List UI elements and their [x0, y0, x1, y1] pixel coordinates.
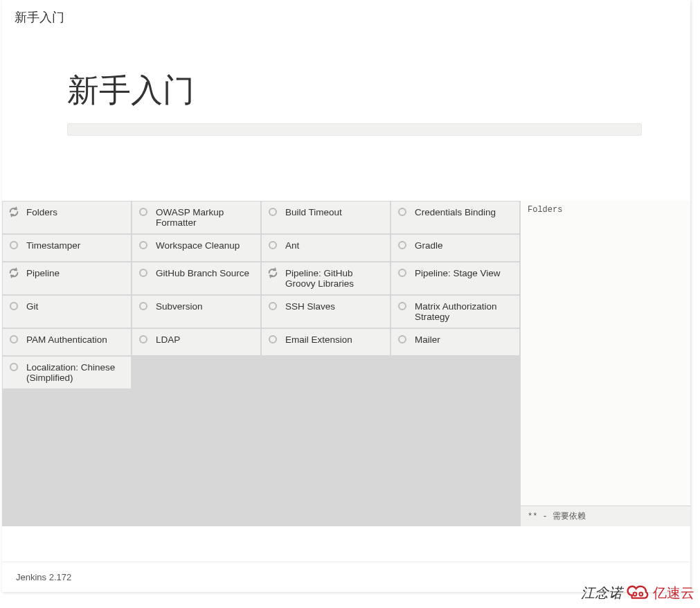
plugin-cell[interactable]: Pipeline: GitHub Groovy Libraries	[261, 262, 391, 295]
plugin-label: Subversion	[156, 301, 203, 312]
plugin-cell[interactable]: Pipeline	[2, 262, 132, 295]
hero-section: 新手入门	[2, 38, 690, 143]
plugin-cell[interactable]: SSH Slaves	[261, 295, 391, 328]
svg-point-1	[639, 593, 643, 596]
plugin-cell[interactable]: LDAP	[132, 328, 261, 356]
pending-icon	[10, 241, 19, 251]
pending-icon	[10, 363, 19, 373]
pending-icon	[10, 335, 19, 345]
plugin-label: Workspace Cleanup	[156, 240, 240, 251]
plugin-cell[interactable]: Email Extension	[261, 328, 391, 356]
plugin-cell[interactable]: Mailer	[391, 328, 520, 356]
jenkins-version: Jenkins 2.172	[16, 572, 71, 582]
side-panel: Folders ** - 需要依赖	[520, 201, 690, 526]
plugin-cell[interactable]: Build Timeout	[261, 201, 391, 234]
plugin-cell[interactable]: Git	[2, 295, 132, 328]
cloud-logo-icon	[627, 583, 649, 602]
plugin-label: Build Timeout	[285, 207, 342, 217]
plugin-grid: FoldersOWASP Markup FormatterBuild Timeo…	[2, 201, 520, 526]
pending-icon	[269, 302, 278, 312]
pending-icon	[139, 208, 149, 217]
watermark-author: 江念诺	[581, 584, 622, 602]
plugin-cell[interactable]: Subversion	[132, 295, 261, 328]
plugin-label: Timestamper	[26, 240, 80, 251]
pending-icon	[269, 208, 278, 217]
plugin-cell[interactable]: Localization: Chinese (Simplified)	[2, 356, 132, 389]
pending-icon	[139, 335, 149, 345]
svg-point-0	[634, 593, 637, 596]
side-legend: ** - 需要依赖	[521, 506, 690, 526]
plugin-label: Email Extension	[285, 334, 352, 345]
plugin-label: Gradle	[415, 240, 443, 251]
plugin-label: Matrix Authorization Strategy	[415, 301, 514, 322]
grid-filler	[132, 356, 520, 389]
watermark-brand: 亿速云	[653, 584, 694, 602]
plugin-cell[interactable]: Matrix Authorization Strategy	[391, 295, 520, 328]
pending-icon	[139, 302, 149, 312]
plugin-cell[interactable]: Folders	[2, 201, 132, 234]
legend-sep: -	[537, 512, 553, 521]
spinner-icon	[8, 267, 18, 277]
plugin-cell[interactable]: GitHub Branch Source	[132, 262, 261, 295]
plugin-label: OWASP Markup Formatter	[156, 207, 255, 228]
watermark: 江念诺 亿速云	[581, 583, 694, 602]
header-bar: 新手入门	[2, 0, 690, 38]
plugin-cell[interactable]: Credentials Binding	[391, 201, 520, 234]
setup-wizard: 新手入门 新手入门 FoldersOWASP Markup FormatterB…	[2, 0, 690, 592]
pending-icon	[139, 269, 149, 278]
pending-icon	[398, 208, 408, 217]
spinner-icon	[8, 206, 18, 216]
plugin-area: FoldersOWASP Markup FormatterBuild Timeo…	[2, 201, 690, 526]
pending-icon	[398, 335, 408, 345]
plugin-cell[interactable]: Timestamper	[2, 234, 132, 262]
spinner-icon	[267, 267, 277, 277]
plugin-cell[interactable]: Ant	[261, 234, 391, 262]
hero-title: 新手入门	[67, 69, 625, 112]
pending-icon	[269, 335, 278, 345]
pending-icon	[269, 241, 278, 251]
side-current-plugin: Folders	[521, 201, 690, 506]
plugin-label: Git	[26, 301, 38, 312]
plugin-cell[interactable]: Gradle	[391, 234, 520, 262]
plugin-cell[interactable]: Pipeline: Stage View	[391, 262, 520, 295]
plugin-label: Credentials Binding	[415, 207, 496, 217]
plugin-label: Pipeline	[26, 268, 60, 278]
legend-text: 需要依赖	[553, 511, 586, 521]
plugin-label: SSH Slaves	[285, 301, 335, 312]
pending-icon	[398, 241, 408, 251]
progress-bar	[67, 123, 642, 136]
pending-icon	[139, 241, 149, 251]
plugin-label: Mailer	[415, 334, 440, 345]
pending-icon	[398, 269, 408, 278]
plugin-cell[interactable]: PAM Authentication	[2, 328, 132, 356]
header-title: 新手入门	[15, 10, 64, 24]
plugin-label: Localization: Chinese (Simplified)	[26, 362, 125, 383]
plugin-label: Pipeline: GitHub Groovy Libraries	[285, 268, 384, 289]
plugin-label: LDAP	[156, 334, 180, 345]
plugin-label: PAM Authentication	[26, 334, 107, 345]
plugin-label: GitHub Branch Source	[156, 268, 249, 278]
plugin-label: Ant	[285, 240, 299, 251]
plugin-cell[interactable]: Workspace Cleanup	[132, 234, 261, 262]
plugin-cell[interactable]: OWASP Markup Formatter	[132, 201, 261, 234]
plugin-label: Pipeline: Stage View	[415, 268, 501, 278]
pending-icon	[10, 302, 19, 312]
legend-marker: **	[528, 512, 537, 521]
plugin-label: Folders	[26, 207, 57, 217]
pending-icon	[398, 302, 408, 312]
